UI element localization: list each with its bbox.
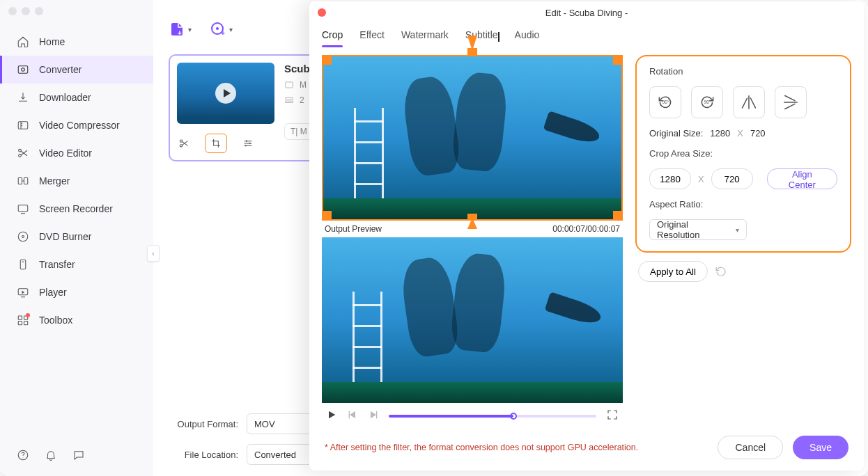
cancel-button[interactable]: Cancel (718, 436, 783, 459)
next-frame-button[interactable] (368, 409, 379, 422)
crop-size-label: Crop Area Size: (649, 148, 837, 159)
original-size-label: Original Size: (649, 128, 703, 138)
crop-tool[interactable] (205, 134, 227, 153)
play-button[interactable] (326, 409, 337, 422)
recorder-icon (17, 203, 29, 215)
sidebar: Home Converter Downloader Video Compress… (0, 0, 153, 476)
tab-watermark[interactable]: Watermark (401, 26, 449, 47)
gpu-warning: * After setting the filter, the format c… (325, 443, 638, 452)
svg-point-4 (19, 154, 22, 157)
traffic-light-min[interactable] (22, 7, 30, 15)
flip-vertical-button[interactable] (775, 86, 807, 118)
converter-icon (17, 63, 29, 76)
sidebar-item-label: Home (39, 36, 65, 47)
cut-tool[interactable] (173, 134, 195, 153)
sidebar-item-label: Downloader (39, 92, 91, 103)
align-center-button[interactable]: Align Center (767, 168, 837, 189)
player-controls (322, 403, 623, 425)
play-icon (215, 83, 236, 104)
sidebar-item-label: DVD Burner (39, 231, 91, 242)
progress-bar[interactable] (389, 415, 596, 418)
tab-audio[interactable]: Audio (515, 26, 540, 47)
output-format-label: Output Format: (169, 419, 238, 429)
modal-tabs: Crop Effect Watermark Subtitle Audio (309, 24, 864, 48)
aspect-ratio-label: Aspect Ratio: (649, 199, 837, 209)
svg-rect-15 (24, 322, 28, 325)
player-icon (17, 286, 29, 299)
crop-width-input[interactable] (649, 168, 691, 189)
sidebar-item-editor[interactable]: Video Editor (0, 139, 153, 167)
traffic-light-max[interactable] (35, 7, 43, 15)
apply-to-all-button[interactable]: Apply to All (638, 261, 708, 282)
x-separator: X (698, 174, 704, 184)
rotate-cw-button[interactable]: 90° (691, 86, 723, 118)
dvd-icon (17, 230, 29, 243)
sidebar-item-home[interactable]: Home (0, 28, 153, 56)
tab-crop[interactable]: Crop (322, 26, 343, 47)
sidebar-item-label: Merger (39, 175, 70, 187)
bell-icon[interactable] (45, 449, 57, 463)
chat-icon[interactable] (72, 449, 85, 463)
crop-handle-bl[interactable] (322, 211, 332, 221)
svg-point-1 (22, 68, 25, 72)
file-thumbnail[interactable] (177, 63, 274, 124)
add-file-button[interactable]: + ▾ (169, 21, 192, 38)
file-location-label: File Location: (169, 450, 238, 460)
svg-point-26 (245, 145, 247, 146)
svg-point-9 (22, 236, 24, 238)
sidebar-item-dvd[interactable]: DVD Burner (0, 223, 153, 251)
toolbox-icon (17, 314, 29, 326)
sidebar-item-label: Screen Recorder (39, 203, 113, 214)
modal-header: Edit - Scuba Diving - (309, 1, 864, 24)
sidebar-item-toolbox[interactable]: Toolbox (0, 306, 153, 334)
crop-preview[interactable] (322, 55, 623, 221)
sidebar-footer-icons (0, 449, 153, 476)
sidebar-item-label: Converter (39, 64, 82, 75)
fullscreen-button[interactable] (606, 408, 619, 423)
svg-rect-0 (18, 66, 28, 74)
sidebar-item-player[interactable]: Player (0, 278, 153, 306)
crop-height-input[interactable] (711, 168, 753, 189)
preview-column: Output Preview 00:00:07/00:00:07 (322, 55, 623, 427)
sidebar-item-downloader[interactable]: Downloader (0, 84, 153, 111)
reset-icon[interactable] (715, 265, 727, 278)
traffic-light-close[interactable] (8, 7, 17, 15)
svg-point-24 (246, 141, 247, 142)
svg-text:90°: 90° (662, 100, 669, 104)
svg-rect-5 (18, 178, 22, 184)
aspect-ratio-select[interactable]: Original Resolution ▾ (649, 219, 747, 240)
sidebar-item-transfer[interactable]: Transfer (0, 251, 153, 278)
help-icon[interactable] (17, 449, 29, 463)
sidebar-item-compressor[interactable]: Video Compressor (0, 111, 153, 139)
chevron-down-icon: ▾ (736, 226, 739, 234)
rotate-ccw-button[interactable]: 90° (649, 86, 681, 118)
sidebar-item-converter[interactable]: Converter (0, 56, 153, 84)
svg-point-20 (216, 27, 219, 30)
download-icon (17, 91, 29, 104)
flip-horizontal-button[interactable] (733, 86, 765, 118)
svg-rect-2 (18, 122, 28, 129)
sidebar-item-recorder[interactable]: Screen Recorder (0, 195, 153, 223)
svg-point-8 (18, 232, 28, 241)
prev-frame-button[interactable] (347, 409, 358, 422)
compress-icon (17, 119, 29, 132)
crop-handle-br[interactable] (613, 211, 623, 221)
svg-point-17 (23, 457, 24, 458)
close-icon[interactable] (318, 8, 326, 17)
add-disc-button[interactable]: + ▾ (210, 21, 233, 38)
sidebar-item-merger[interactable]: Merger (0, 167, 153, 195)
card-tools (177, 134, 274, 153)
svg-text:90°: 90° (704, 100, 711, 104)
original-height: 720 (750, 128, 766, 138)
modal-footer: * After setting the filter, the format c… (309, 431, 864, 470)
progress-knob[interactable] (510, 413, 517, 420)
crop-handle-tl[interactable] (322, 55, 332, 65)
svg-rect-13 (24, 316, 28, 319)
svg-rect-12 (18, 316, 22, 319)
crop-handle-tr[interactable] (613, 55, 623, 65)
tab-effect[interactable]: Effect (359, 26, 385, 47)
save-button[interactable]: Save (793, 436, 848, 459)
window-controls (8, 7, 43, 15)
original-width: 1280 (710, 128, 730, 138)
adjust-tool[interactable] (237, 134, 259, 153)
